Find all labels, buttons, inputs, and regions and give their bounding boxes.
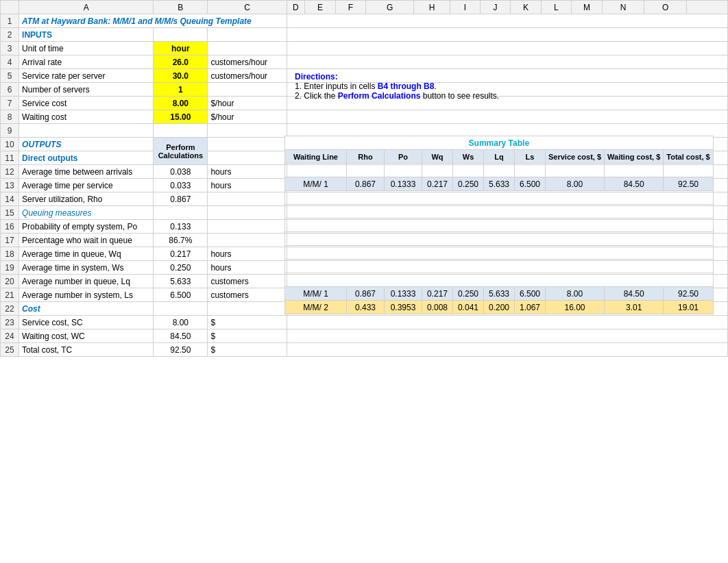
cell-r4-c: customers/hour xyxy=(208,55,287,69)
table-row: 16 Probability of empty system, Po 0.133 xyxy=(1,220,728,234)
col-header-j: J xyxy=(480,1,510,14)
col-header-c: C xyxy=(208,1,287,14)
cell-r21-a: Average number in system, Ls xyxy=(19,288,154,302)
cell-r20-a: Average number in queue, Lq xyxy=(19,275,154,288)
cell-r24-b: 84.50 xyxy=(154,329,208,343)
cell-r9-c xyxy=(208,124,287,138)
row-num-20: 20 xyxy=(1,275,19,288)
cell-r10-a: OUTPUTS xyxy=(19,138,154,151)
cell-r2-c xyxy=(208,28,287,42)
table-row: 6 Number of servers 1 xyxy=(1,83,728,97)
col-header-f: F xyxy=(335,1,365,14)
cell-r10-c xyxy=(208,138,287,151)
cell-r14-rest xyxy=(287,192,727,206)
row-num-3: 3 xyxy=(1,42,19,55)
spreadsheet: A B C D E F G H I J K L M N O 1 ATM at H… xyxy=(0,0,728,563)
cell-r12-c: hours xyxy=(208,165,287,179)
cell-r12-rest xyxy=(287,165,727,179)
cell-r6-b: 1 xyxy=(154,83,208,97)
table-row: 10 OUTPUTS PerformCalculations xyxy=(1,138,728,151)
cell-r4-rest xyxy=(287,55,727,69)
cell-r20-b: 5.633 xyxy=(154,275,208,288)
row-num-23: 23 xyxy=(1,316,19,329)
table-row: 11 Direct outputs xyxy=(1,151,728,165)
cell-r18-rest xyxy=(287,247,727,261)
cell-r6-rest xyxy=(287,83,727,97)
cell-r18-a: Average time in queue, Wq xyxy=(19,247,154,261)
cell-r2-rest xyxy=(287,28,727,42)
cell-r14-c xyxy=(208,192,287,206)
col-header-i: I xyxy=(450,1,481,14)
table-row: 12 Average time between arrivals 0.038 h… xyxy=(1,165,728,179)
cell-r1-a: ATM at Hayward Bank: M/M/1 and M/M/s Que… xyxy=(19,14,287,28)
cell-r17-rest xyxy=(287,234,727,247)
cell-r15-a: Queuing measures xyxy=(19,206,154,220)
row-num-22: 22 xyxy=(1,302,19,316)
cell-r9-a xyxy=(19,124,154,138)
cell-r23-a: Service cost, SC xyxy=(19,316,154,329)
cell-r9-b xyxy=(154,124,208,138)
col-header-e: E xyxy=(305,1,336,14)
cell-r21-b: 6.500 xyxy=(154,288,208,302)
cell-r3-c xyxy=(208,42,287,55)
cell-r1-rest xyxy=(287,14,727,28)
cell-r23-rest xyxy=(287,316,727,329)
row-num-19: 19 xyxy=(1,261,19,275)
row-num-8: 8 xyxy=(1,110,19,124)
cell-r19-a: Average time in system, Ws xyxy=(19,261,154,275)
cell-r24-c: $ xyxy=(208,329,287,343)
cell-r15-b xyxy=(154,206,208,220)
row-num-7: 7 xyxy=(1,97,19,110)
cell-r20-c: customers xyxy=(208,275,287,288)
table-row: 14 Server utilization, Rho 0.867 xyxy=(1,192,728,206)
table-row: 15 Queuing measures xyxy=(1,206,728,220)
cell-r5-b: 30.0 xyxy=(154,69,208,83)
cell-r15-rest xyxy=(287,206,727,220)
row-num-21: 21 xyxy=(1,288,19,302)
table-row: 3 Unit of time hour xyxy=(1,42,728,55)
row-num-12: 12 xyxy=(1,165,19,179)
cell-r14-b: 0.867 xyxy=(154,192,208,206)
table-row: 22 Cost xyxy=(1,302,728,316)
cell-r8-b: 15.00 xyxy=(154,110,208,124)
cell-r9-rest xyxy=(287,124,727,138)
row-num-16: 16 xyxy=(1,220,19,234)
cell-r11-rest xyxy=(287,151,727,165)
cell-r19-rest xyxy=(287,261,727,275)
table-row: 2 INPUTS xyxy=(1,28,728,42)
table-row: 13 Average time per service 0.033 hours xyxy=(1,179,728,192)
row-num-11: 11 xyxy=(1,151,19,165)
cell-r8-rest xyxy=(287,110,727,124)
row-num-4: 4 xyxy=(1,55,19,69)
table-row: 21 Average number in system, Ls 6.500 cu… xyxy=(1,288,728,302)
cell-r15-c xyxy=(208,206,287,220)
cell-r10-rest xyxy=(287,138,727,151)
row-num-6: 6 xyxy=(1,83,19,97)
table-row: 20 Average number in queue, Lq 5.633 cus… xyxy=(1,275,728,288)
cell-r3-rest xyxy=(287,42,727,55)
col-header-m: M xyxy=(572,1,603,14)
cell-r25-c: $ xyxy=(208,343,287,357)
table-row: 24 Waiting cost, WC 84.50 $ xyxy=(1,329,728,343)
perform-calculations-button[interactable]: PerformCalculations xyxy=(154,138,208,165)
col-header-h: H xyxy=(414,1,450,14)
cell-r8-a: Waiting cost xyxy=(19,110,154,124)
col-header-b: B xyxy=(154,1,208,14)
table-row: 23 Service cost, SC 8.00 $ xyxy=(1,316,728,329)
cell-r22-c xyxy=(208,302,287,316)
cell-r23-c: $ xyxy=(208,316,287,329)
cell-r25-rest xyxy=(287,343,727,357)
cell-r7-rest xyxy=(287,97,727,110)
cell-r13-b: 0.033 xyxy=(154,179,208,192)
cell-r6-c xyxy=(208,83,287,97)
cell-r11-c xyxy=(208,151,287,165)
row-num-5: 5 xyxy=(1,69,19,83)
row-num-18: 18 xyxy=(1,247,19,261)
cell-r18-b: 0.217 xyxy=(154,247,208,261)
cell-r22-rest xyxy=(287,302,727,316)
row-num-9: 9 xyxy=(1,124,19,138)
cell-r7-a: Service cost xyxy=(19,97,154,110)
cell-r7-c: $/hour xyxy=(208,97,287,110)
cell-r4-b: 26.0 xyxy=(154,55,208,69)
cell-r12-a: Average time between arrivals xyxy=(19,165,154,179)
